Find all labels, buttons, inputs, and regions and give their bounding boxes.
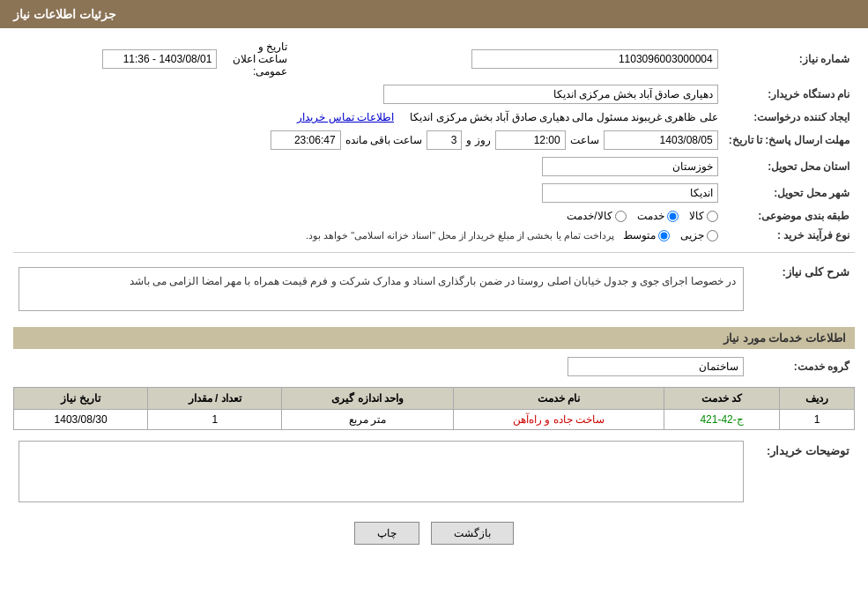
province-value	[13, 153, 723, 180]
col-header-code: کد خدمت	[664, 388, 780, 410]
category-kala-radio[interactable]	[707, 211, 718, 222]
notes-table: توضیحات خریدار:	[13, 437, 855, 509]
purchase-motevaset-text: متوسط	[623, 229, 656, 241]
purchase-type-container: جزیی متوسط پرداخت تمام یا بخشی از مبلغ خ…	[19, 229, 718, 241]
org-name-label: نام دستگاه خریدار:	[723, 81, 855, 108]
purchase-jozyi-text: جزیی	[680, 229, 704, 241]
contact-link[interactable]: اطلاعات تماس خریدار	[297, 111, 394, 123]
province-input[interactable]	[542, 157, 718, 176]
deadline-days-input[interactable]	[427, 130, 462, 150]
page-header: جزئیات اطلاعات نیاز	[0, 0, 868, 28]
category-kala-text: کالا	[689, 210, 704, 222]
description-label: شرح کلی نیاز:	[749, 258, 855, 320]
category-radio-group: کالا خدمت کالا/خدمت	[19, 210, 718, 222]
services-section-title: اطلاعات خدمات مورد نیاز	[13, 327, 855, 349]
creator-value: علی ظاهری غریبوند مسئول مالی دهیاری صادق…	[13, 108, 723, 127]
purchase-type-row: جزیی متوسط پرداخت تمام یا بخشی از مبلغ خ…	[13, 226, 723, 245]
need-number-input[interactable]	[471, 49, 718, 69]
deadline-days-label: روز و	[466, 134, 490, 146]
category-kala-khadamat-label[interactable]: کالا/خدمت	[567, 210, 626, 222]
col-header-name: نام خدمت	[454, 388, 664, 410]
province-label: استان محل تحویل:	[723, 153, 855, 180]
need-number-value	[293, 37, 723, 81]
purchase-motevaset-radio[interactable]	[658, 230, 670, 241]
deadline-time-label: ساعت	[570, 134, 599, 146]
deadline-time-row: ساعت روز و ساعت باقی مانده	[19, 130, 718, 150]
description-content: در خصوصا اجرای جوی و جدول خیابان اصلی رو…	[13, 258, 749, 320]
back-button[interactable]: بازگشت	[431, 522, 514, 545]
table-row: 1 ج-42-421 ساخت جاده و راه‌آهن متر مربع …	[14, 410, 855, 430]
category-khadamat-radio[interactable]	[667, 211, 679, 222]
buyer-notes-textarea[interactable]	[19, 441, 744, 502]
category-khadamat-label[interactable]: خدمت	[637, 210, 679, 222]
group-service-label: گروه خدمت:	[749, 353, 855, 380]
purchase-radio-group: جزیی متوسط	[623, 229, 718, 241]
info-table: شماره نیاز: تاریخ و ساعت اعلان عمومی: نا…	[13, 37, 855, 245]
category-khadamat-text: خدمت	[637, 210, 664, 222]
page-wrapper: جزئیات اطلاعات نیاز شماره نیاز: تاریخ و …	[0, 0, 868, 609]
cell-name: ساخت جاده و راه‌آهن	[454, 410, 664, 430]
description-box: در خصوصا اجرای جوی و جدول خیابان اصلی رو…	[19, 267, 744, 311]
purchase-motevaset-label[interactable]: متوسط	[623, 229, 670, 241]
page-title: جزئیات اطلاعات نیاز	[13, 7, 116, 21]
print-button[interactable]: چاپ	[354, 522, 419, 545]
cell-unit: متر مربع	[282, 410, 454, 430]
need-number-label: شماره نیاز:	[723, 37, 855, 81]
remaining-time-label: ساعت باقی مانده	[345, 134, 423, 146]
col-header-index: ردیف	[780, 388, 855, 410]
services-table: ردیف کد خدمت نام خدمت واحد اندازه گیری ت…	[13, 387, 855, 430]
announce-date-input[interactable]	[102, 49, 217, 69]
content-area: شماره نیاز: تاریخ و ساعت اعلان عمومی: نا…	[0, 28, 868, 562]
purchase-jozyi-label[interactable]: جزیی	[680, 229, 718, 241]
creator-text: علی ظاهری غریبوند مسئول مالی دهیاری صادق…	[410, 111, 717, 123]
city-input[interactable]	[542, 183, 718, 203]
city-label: شهر محل تحویل:	[723, 180, 855, 206]
col-header-quantity: تعداد / مقدار	[148, 388, 282, 410]
deadline-row: ساعت روز و ساعت باقی مانده	[13, 127, 723, 153]
buyer-notes-label: توضیحات خریدار:	[749, 437, 855, 509]
cell-quantity: 1	[148, 410, 282, 430]
cell-code: ج-42-421	[664, 410, 780, 430]
description-table: شرح کلی نیاز: در خصوصا اجرای جوی و جدول …	[13, 258, 855, 320]
purchase-type-label: نوع فرآیند خرید :	[723, 226, 855, 245]
deadline-time-input[interactable]	[495, 130, 566, 150]
org-name-value	[13, 81, 723, 108]
category-kala-label[interactable]: کالا	[689, 210, 718, 222]
buttons-row: بازگشت چاپ	[13, 522, 855, 545]
col-header-unit: واحد اندازه گیری	[282, 388, 454, 410]
purchase-note: پرداخت تمام یا بخشی از مبلغ خریدار از مح…	[306, 230, 614, 241]
remaining-time-input[interactable]	[271, 130, 341, 150]
group-service-table: گروه خدمت:	[13, 353, 855, 380]
category-kala-khadamat-text: کالا/خدمت	[567, 210, 612, 222]
divider-1	[13, 252, 855, 253]
announce-date-value	[13, 37, 222, 81]
group-service-input[interactable]	[568, 357, 744, 376]
announce-date-label: تاریخ و ساعت اعلان عمومی:	[222, 37, 293, 81]
cell-index: 1	[780, 410, 855, 430]
purchase-jozyi-radio[interactable]	[707, 230, 718, 241]
description-text: در خصوصا اجرای جوی و جدول خیابان اصلی رو…	[130, 275, 736, 287]
deadline-date-input[interactable]	[604, 130, 718, 150]
buyer-notes-content	[13, 437, 749, 509]
deadline-label: مهلت ارسال پاسخ: تا تاریخ:	[723, 127, 855, 153]
creator-label: ایجاد کننده درخواست:	[723, 108, 855, 127]
col-header-date: تاریخ نیاز	[14, 388, 148, 410]
cell-date: 1403/08/30	[14, 410, 148, 430]
category-row: کالا خدمت کالا/خدمت	[13, 206, 723, 226]
category-label: طبقه بندی موضوعی:	[723, 206, 855, 226]
group-service-value	[13, 353, 749, 380]
category-kala-khadamat-radio[interactable]	[615, 211, 627, 222]
city-value	[13, 180, 723, 206]
org-name-input[interactable]	[383, 85, 718, 104]
